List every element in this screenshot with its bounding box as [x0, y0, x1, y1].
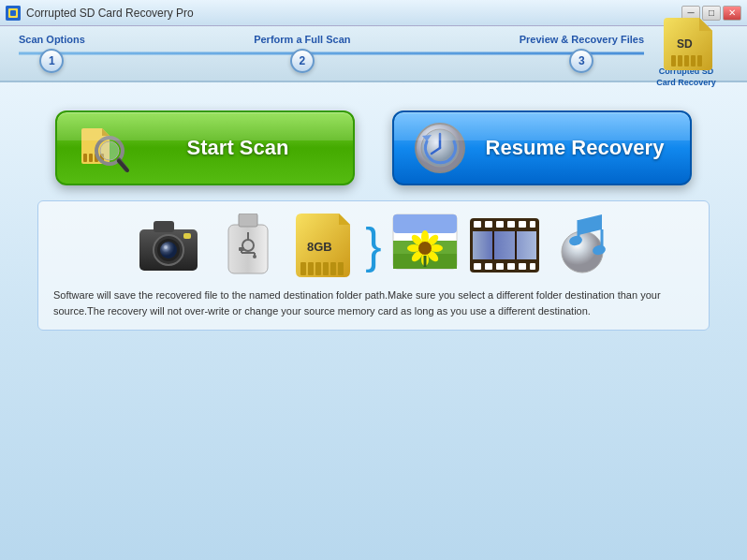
svg-rect-59 [474, 221, 481, 228]
step-2: Perform a Full Scan 2 [254, 34, 350, 73]
scan-icon [76, 121, 130, 175]
step-1: Scan Options 1 [19, 34, 85, 73]
step-3: Preview & Recovery Files 3 [520, 34, 644, 73]
svg-rect-7 [697, 55, 702, 66]
svg-rect-65 [474, 263, 481, 270]
svg-rect-64 [530, 221, 535, 228]
start-scan-button[interactable]: Start Scan [55, 111, 355, 185]
camera-icon [131, 213, 206, 278]
step-1-label: Scan Options [19, 34, 85, 45]
svg-rect-3 [671, 55, 676, 66]
buttons-row: Start Scan [37, 111, 710, 185]
start-scan-label: Start Scan [141, 136, 334, 160]
svg-rect-66 [485, 263, 492, 270]
svg-rect-63 [519, 221, 526, 228]
app-icon [6, 6, 21, 21]
svg-rect-71 [473, 231, 536, 259]
usb-drive-icon [215, 213, 281, 278]
svg-rect-6 [691, 55, 696, 66]
svg-rect-37 [300, 262, 306, 275]
step-3-label: Preview & Recovery Files [520, 34, 644, 45]
svg-rect-69 [519, 263, 526, 270]
app-title: Corrupted SD Card Recovery Pro [26, 7, 681, 20]
svg-rect-39 [315, 262, 321, 275]
svg-point-48 [421, 230, 429, 243]
svg-marker-19 [422, 135, 432, 141]
svg-rect-10 [89, 154, 93, 162]
svg-point-56 [418, 242, 432, 255]
logo-area: SD Corrupted SD Card Recovery [644, 18, 728, 88]
svg-rect-70 [530, 263, 535, 270]
svg-rect-9 [83, 154, 87, 162]
svg-rect-61 [496, 221, 504, 228]
svg-rect-28 [239, 214, 257, 227]
svg-point-24 [160, 242, 177, 258]
svg-point-50 [430, 244, 443, 252]
svg-rect-68 [507, 263, 515, 270]
resume-recovery-label: Resume Recovery [478, 136, 671, 160]
svg-rect-40 [323, 262, 329, 275]
svg-point-25 [164, 245, 168, 249]
svg-rect-62 [507, 221, 515, 228]
svg-rect-21 [154, 221, 174, 232]
svg-rect-5 [684, 55, 689, 66]
svg-point-54 [407, 244, 420, 252]
bracket-icon: } [365, 221, 381, 270]
step-3-circle: 3 [569, 49, 593, 73]
time-machine-icon [413, 121, 467, 175]
photo-icon [391, 213, 459, 278]
title-bar: Corrupted SD Card Recovery Pro ─ □ ✕ [0, 0, 747, 26]
svg-rect-27 [228, 225, 268, 273]
svg-rect-41 [330, 262, 336, 275]
svg-rect-26 [183, 233, 191, 239]
svg-point-14 [100, 141, 119, 160]
step-2-label: Perform a Full Scan [254, 34, 350, 45]
svg-rect-2 [10, 10, 16, 16]
svg-text:SD: SD [677, 37, 693, 51]
svg-point-35 [253, 255, 256, 258]
step-bar: Scan Options 1 Perform a Full Scan 2 Pre… [0, 26, 747, 82]
svg-rect-42 [338, 262, 344, 275]
music-note-icon [550, 213, 616, 278]
info-text: Software will save the recovered file to… [53, 287, 694, 318]
bottom-panel: 8GB } [37, 200, 710, 331]
step-bar-inner: Scan Options 1 Perform a Full Scan 2 Pre… [19, 34, 644, 73]
svg-rect-33 [239, 247, 244, 251]
step-1-circle: 1 [39, 49, 64, 73]
main-content: Start Scan [0, 82, 747, 560]
resume-recovery-button[interactable]: Resume Recovery [392, 111, 692, 185]
step-2-circle: 2 [290, 49, 315, 73]
sd-card-logo-icon: SD [664, 18, 709, 66]
svg-rect-60 [485, 221, 492, 228]
svg-text:8GB: 8GB [307, 240, 332, 254]
file-type-icons-row: 8GB } [53, 213, 694, 278]
svg-rect-4 [678, 55, 682, 66]
sd-memory-card-icon: 8GB [290, 213, 356, 278]
film-strip-icon [468, 213, 541, 278]
svg-rect-67 [496, 263, 504, 270]
svg-rect-38 [308, 262, 314, 275]
